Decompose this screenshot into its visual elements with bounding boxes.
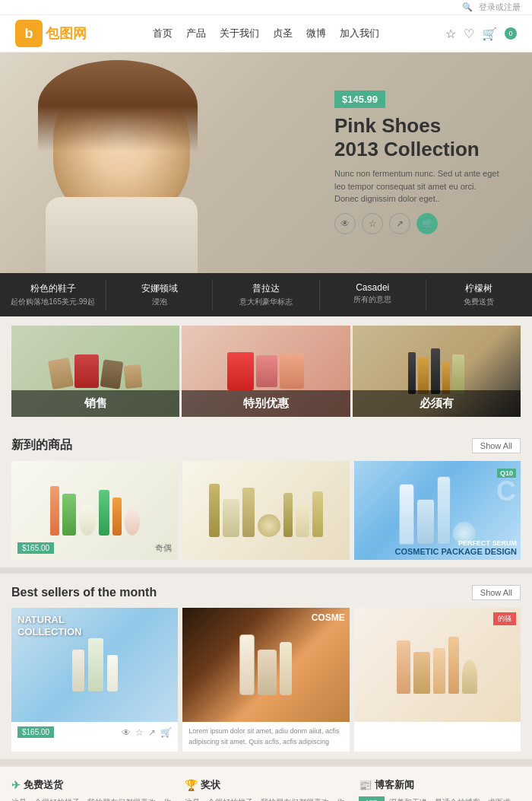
best-sellers-section: Best sellers of the month Show All NATUR… xyxy=(0,574,532,759)
top-bar: 🔍 登录或注册 xyxy=(0,0,532,15)
nav-item-page[interactable]: 贞圣 xyxy=(273,27,293,40)
hero-share-icon[interactable]: ↗ xyxy=(389,213,410,234)
info-col-blog: 📰 博客新闻 APR 01 湿美和干净，最适合的博客，求医求道，求医求道，求医求… xyxy=(359,778,521,801)
nav-icons: ☆ ♡ 🛒 0 xyxy=(445,27,517,41)
new-products-section: 新到的商品 Show All $165.00 奇偶 xyxy=(0,426,532,567)
bs-card-3[interactable]: 的骚 xyxy=(354,608,521,752)
info-award-text: 这是一个很好的样子，我的朋友们都很喜欢，你觉得好的样子，不是。这里是，这是一个很… xyxy=(185,796,347,801)
info-col-shipping: ✈ 免费送货 这是一个很好的样子，我的朋友们都很喜欢，你觉得好的样子和你一起，这… xyxy=(11,778,173,801)
bs-image-2: COSME xyxy=(182,608,349,722)
brand-overlay: Q10 C xyxy=(496,467,516,505)
product-label-1: 奇偶 xyxy=(155,542,172,554)
hero-title: Pink Shoes 2013 Collection xyxy=(334,114,502,161)
new-products-show-all[interactable]: Show All xyxy=(472,438,521,453)
cosmetic-bottles-visual xyxy=(408,348,464,394)
info-shipping-title: ✈ 免费送货 xyxy=(11,778,173,792)
promo-sale[interactable]: 销售 xyxy=(11,326,179,417)
info-award-title: 🏆 奖状 xyxy=(185,778,347,792)
nav-item-home[interactable]: 首页 xyxy=(153,27,173,40)
blog-icon: 📰 xyxy=(359,779,372,791)
colorful-bottles xyxy=(50,486,140,536)
logo[interactable]: b 包图网 xyxy=(15,20,87,47)
search-icon[interactable]: 🔍 xyxy=(462,2,473,12)
hero-price: $145.99 xyxy=(334,91,385,108)
hero-view-icon[interactable]: 👁 xyxy=(334,213,356,234)
info-blog-title: 📰 博客新闻 xyxy=(359,778,521,792)
cat-item-lemon[interactable]: 柠檬树 免费送货 xyxy=(426,279,532,310)
hero-actions: 👁 ☆ ↗ 🛒 xyxy=(334,213,502,234)
promo-sale-label: 销售 xyxy=(11,390,179,417)
product-card-3[interactable]: Q10 C PERFECT SERUM COSMETIC PACKAGE DES… xyxy=(354,461,521,560)
hero-model-area xyxy=(0,52,243,273)
blog-date-1: APR 01 xyxy=(359,796,385,801)
register-link[interactable]: 登录或注册 xyxy=(479,2,521,13)
best-sellers-show-all[interactable]: Show All xyxy=(472,585,521,600)
bs-red-badge: 的骚 xyxy=(493,612,516,625)
best-sellers-grid: NATURAL COLLECTION $165.00 👁 ☆ ↗ 🛒 xyxy=(11,608,521,752)
award-icon: 🏆 xyxy=(185,779,198,791)
nav-bar: b 包图网 首页 产品 关于我们 贞圣 微博 加入我们 ☆ ♡ 🛒 0 xyxy=(0,15,532,52)
natural-bottles xyxy=(72,638,118,691)
blue-cosmetic-bottles xyxy=(399,476,476,545)
new-products-header: 新到的商品 Show All xyxy=(11,437,521,453)
best-sellers-title: Best sellers of the month xyxy=(11,586,157,599)
info-row: ✈ 免费送货 这是一个很好的样子，我的朋友们都很喜欢，你觉得好的样子和你一起，这… xyxy=(0,765,532,801)
new-products-grid: $165.00 奇偶 xyxy=(11,461,521,560)
cat-item-prada[interactable]: 普拉达 意大利豪华标志 xyxy=(213,279,319,310)
bs-card-1[interactable]: NATURAL COLLECTION $165.00 👁 ☆ ↗ 🛒 xyxy=(11,608,178,752)
nav-item-weibo[interactable]: 微博 xyxy=(306,27,326,40)
promo-special-label: 特别优惠 xyxy=(182,390,350,417)
category-bar: 粉色的鞋子 起价购落地165美元.99起 安娜顿域 浸泡 普拉达 意大利豪华标志… xyxy=(0,273,532,316)
hero-description: Nunc non fermentum nunc. Sed ut ante ege… xyxy=(334,167,502,205)
bs-cart-icon[interactable]: 🛒 xyxy=(160,727,172,738)
blog-text-1: 湿美和干净，最适合的博客，求医求道，求医求道，求医求道，这是一种米粒 xyxy=(389,796,521,801)
cat-item-casadei[interactable]: Casadei 所有的意思 xyxy=(320,279,426,310)
brand-cosm-text: PERFECT SERUM COSMETIC PACKAGE DESIGN xyxy=(394,539,517,556)
bs-card-2[interactable]: COSME Lorem ipsum dolor sit amet, adiu d… xyxy=(182,608,349,752)
cat-item-shoes[interactable]: 粉色的鞋子 起价购落地165美元.99起 xyxy=(0,279,106,310)
product-card-1[interactable]: $165.00 奇偶 xyxy=(11,461,178,560)
new-products-title: 新到的商品 xyxy=(11,437,72,453)
nav-item-products[interactable]: 产品 xyxy=(186,27,206,40)
bs-image-3: 的骚 xyxy=(354,608,521,722)
bs-image-1: NATURAL COLLECTION xyxy=(11,608,178,722)
hero-model xyxy=(15,60,228,273)
promo-grid: 销售 特别优惠 必须有 xyxy=(0,316,532,426)
product-image-2 xyxy=(182,461,349,560)
bs-desc-2: Lorem ipsum dolor sit amet, adiu donm ai… xyxy=(182,722,349,752)
hero-content: $145.99 Pink Shoes 2013 Collection Nunc … xyxy=(334,91,502,234)
logo-icon: b xyxy=(15,20,43,47)
hero-section: $145.99 Pink Shoes 2013 Collection Nunc … xyxy=(0,52,532,273)
bs-share-icon[interactable]: ↗ xyxy=(148,727,156,738)
info-col-award: 🏆 奖状 这是一个很好的样子，我的朋友们都很喜欢，你觉得好的样子，不是。这里是，… xyxy=(185,778,347,801)
shopping-bags-visual xyxy=(227,352,304,390)
product-card-2[interactable] xyxy=(182,461,349,560)
cart-icon[interactable]: 🛒 xyxy=(482,27,497,41)
info-shipping-text: 这是一个很好的样子，我的朋友们都很喜欢，你觉得好的样子和你一起，这里都好的样子，… xyxy=(11,796,173,801)
cat-item-anna[interactable]: 安娜顿域 浸泡 xyxy=(106,279,213,310)
bags-visual xyxy=(50,354,141,388)
nav-item-about[interactable]: 关于我们 xyxy=(220,27,259,40)
hero-star-icon[interactable]: ☆ xyxy=(362,213,383,234)
cosme-bottles xyxy=(239,634,292,695)
nav-links: 首页 产品 关于我们 贞圣 微博 加入我们 xyxy=(153,27,379,40)
blog-item-1: APR 01 湿美和干净，最适合的博客，求医求道，求医求道，求医求道，这是一种米… xyxy=(359,796,521,801)
bs-footer-1: $165.00 👁 ☆ ↗ 🛒 xyxy=(11,722,178,742)
promo-special[interactable]: 特别优惠 xyxy=(182,326,350,417)
promo-must-label: 必须有 xyxy=(353,390,521,417)
natural-text-overlay: NATURAL COLLECTION xyxy=(17,614,82,637)
logo-text: 包图网 xyxy=(46,24,87,43)
star-icon[interactable]: ☆ xyxy=(445,27,456,41)
warm-bottles-visual xyxy=(397,637,477,694)
hero-cart-icon[interactable]: 🛒 xyxy=(416,213,438,234)
product-price-1: $165.00 xyxy=(17,542,54,554)
bs-star-icon[interactable]: ☆ xyxy=(135,727,144,738)
favorite-icon[interactable]: ♡ xyxy=(464,27,474,41)
cart-badge: 0 xyxy=(505,27,517,40)
nav-item-join[interactable]: 加入我们 xyxy=(340,27,379,40)
bs-eye-icon[interactable]: 👁 xyxy=(122,727,131,738)
bs-footer-icons-1: 👁 ☆ ↗ 🛒 xyxy=(122,727,172,738)
product-image-3: Q10 C PERFECT SERUM COSMETIC PACKAGE DES… xyxy=(354,461,521,560)
promo-must[interactable]: 必须有 xyxy=(353,326,521,417)
bs-price-1: $165.00 xyxy=(17,726,54,738)
